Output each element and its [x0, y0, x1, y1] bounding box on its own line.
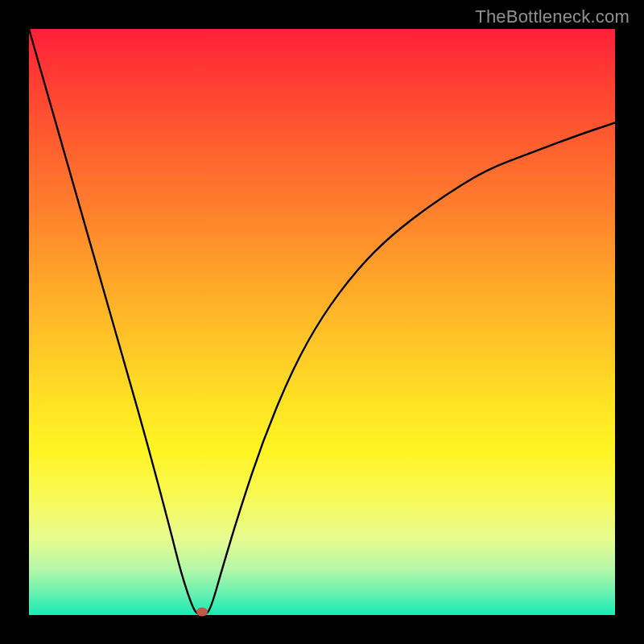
plot-area	[29, 29, 615, 615]
watermark-text: TheBottleneck.com	[475, 6, 630, 27]
chart-frame: TheBottleneck.com	[0, 0, 644, 644]
minimum-marker	[196, 608, 208, 617]
bottleneck-curve	[29, 29, 615, 615]
